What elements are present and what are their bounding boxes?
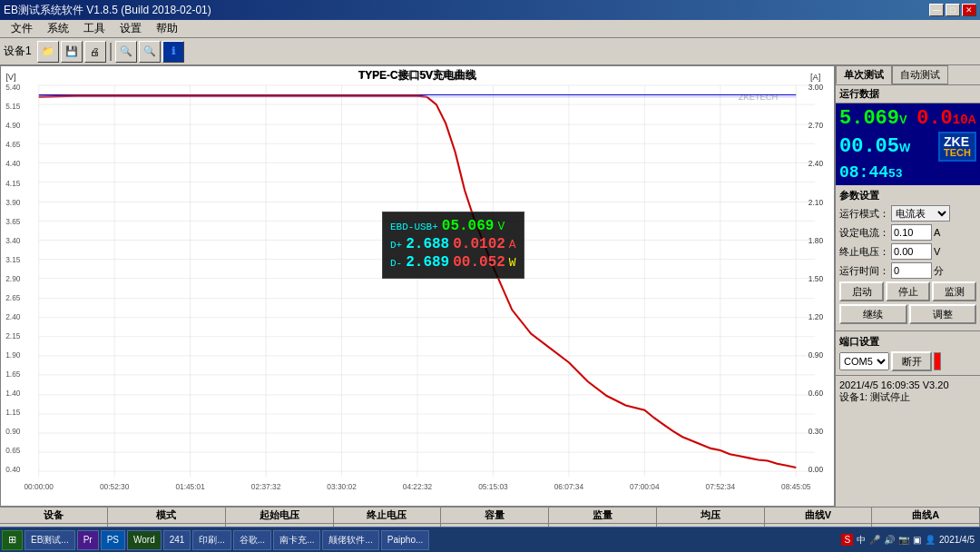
overlay-ebd-val: 05.069 — [442, 218, 495, 234]
svg-text:05:15:03: 05:15:03 — [478, 482, 508, 491]
menu-bar: 文件 系统 工具 设置 帮助 — [0, 20, 980, 38]
svg-text:5.40: 5.40 — [5, 83, 21, 92]
current-label: 设定电流： — [839, 226, 889, 240]
runtime-input[interactable] — [891, 262, 932, 279]
task-word[interactable]: Word — [127, 530, 162, 550]
power-display: 00.05 — [839, 135, 899, 158]
cutoff-input[interactable] — [891, 243, 932, 260]
port-section: 端口设置 COM5 COM1 COM2 COM3 COM4 断开 — [836, 330, 980, 375]
chart-svg: [V] 5.40 5.15 4.90 4.65 4.40 4.15 3.90 3… — [1, 66, 834, 506]
running-data-label: 运行数据 — [836, 85, 980, 104]
svg-text:00:00:00: 00:00:00 — [24, 482, 54, 491]
param-section: 参数设置 运行模式： 电流表 电压表 设定电流： A 终止电压： V 运行时间： — [836, 185, 980, 330]
svg-text:1.15: 1.15 — [5, 408, 21, 417]
svg-text:01:45:01: 01:45:01 — [175, 482, 205, 491]
svg-text:2.90: 2.90 — [5, 274, 21, 283]
current-input[interactable] — [891, 224, 932, 241]
stop-button[interactable]: 停止 — [886, 281, 930, 301]
col-mode-header: 模式 — [108, 508, 226, 523]
current-unit-label: A — [934, 227, 940, 238]
port-section-title: 端口设置 — [839, 335, 976, 349]
svg-text:1.40: 1.40 — [5, 389, 21, 398]
svg-text:1.80: 1.80 — [808, 236, 824, 245]
cutoff-unit-label: V — [934, 246, 940, 257]
start-button-taskbar[interactable]: ⊞ — [2, 530, 23, 550]
task-print[interactable]: 印刷... — [192, 530, 230, 550]
toolbar-separator — [110, 43, 112, 61]
overlay-dm-val: 2.689 — [406, 254, 449, 271]
overlay-dm-label: D- — [390, 258, 402, 269]
tab-auto[interactable]: 自动测试 — [892, 65, 948, 84]
maximize-button[interactable]: □ — [946, 4, 960, 16]
task-eb[interactable]: EB测试... — [24, 530, 75, 550]
svg-text:2.15: 2.15 — [5, 331, 21, 340]
task-241[interactable]: 241 — [163, 530, 191, 550]
overlay-dp-label: D+ — [390, 240, 402, 251]
toolbar-btn-zoom[interactable]: 🔍 — [139, 41, 161, 63]
svg-text:3.40: 3.40 — [5, 236, 21, 245]
continue-button[interactable]: 继续 — [839, 304, 907, 324]
toolbar-btn-info[interactable]: ℹ — [162, 41, 184, 63]
svg-text:3.65: 3.65 — [5, 217, 21, 226]
overlay-dm-val2: 00.052 — [453, 254, 505, 271]
overlay-dm-unit: W — [509, 256, 516, 270]
device-label: 设备1 — [4, 44, 32, 59]
start-button[interactable]: 启动 — [839, 281, 884, 301]
current1-display: 0.0 — [916, 107, 953, 130]
task-nanka[interactable]: 南卡充... — [273, 530, 320, 550]
zke-logo: ZKE TECH — [938, 132, 976, 162]
task-ps[interactable]: PS — [101, 530, 125, 550]
toolbar-btn-search[interactable]: 🔍 — [115, 41, 137, 63]
title-bar-text: EB测试系统软件 V1.8.5 (Build 2018-02-01) — [4, 3, 211, 18]
svg-text:04:22:32: 04:22:32 — [403, 482, 433, 491]
tabs: 单次测试 自动测试 — [836, 65, 980, 85]
svg-text:2.70: 2.70 — [808, 121, 824, 130]
log-area: 2021/4/5 16:09:35 V3.20 设备1: 测试停止 — [836, 375, 980, 507]
chart-overlay: EBD-USB+ 05.069 V D+ 2.688 0.0102 A D- 2… — [382, 212, 524, 279]
task-dianlan[interactable]: 颠佬软件... — [322, 530, 378, 550]
svg-text:0.00: 0.00 — [808, 465, 824, 474]
col-endv-header: 终止电压 — [334, 508, 442, 523]
svg-text:0.65: 0.65 — [5, 446, 21, 455]
time-display: 08:44 — [839, 163, 888, 182]
svg-text:0.60: 0.60 — [808, 389, 824, 398]
svg-text:1.20: 1.20 — [808, 312, 824, 321]
menu-system[interactable]: 系统 — [40, 19, 76, 38]
sys-icon-user: 👤 — [925, 535, 936, 545]
svg-text:0.40: 0.40 — [5, 465, 21, 474]
mode-select[interactable]: 电流表 电压表 — [891, 205, 950, 222]
runtime-row: 运行时间： 分 — [839, 262, 976, 279]
btn-row-2: 继续 调整 — [839, 304, 976, 324]
sys-icon-s: S — [841, 534, 853, 546]
port-row: COM5 COM1 COM2 COM3 COM4 断开 — [839, 351, 976, 371]
monitor-button[interactable]: 监测 — [932, 281, 976, 301]
menu-help[interactable]: 帮助 — [149, 19, 185, 38]
close-button[interactable]: ✕ — [962, 4, 976, 16]
menu-tools[interactable]: 工具 — [76, 19, 113, 38]
live-readings: 5.069 V 0.0 10 A 00.05 W ZKE TECH — [836, 104, 980, 185]
task-paipho[interactable]: Paipho... — [381, 530, 429, 550]
svg-text:06:07:34: 06:07:34 — [554, 482, 584, 491]
task-google[interactable]: 谷歌... — [233, 530, 271, 550]
svg-text:1.50: 1.50 — [808, 274, 824, 283]
taskbar-right: S 中 🎤 🔊 📷 ▣ 👤 2021/4/5 — [841, 534, 978, 547]
toolbar-btn-3[interactable]: 🖨 — [84, 41, 106, 63]
runtime-label: 运行时间： — [839, 264, 889, 278]
disconnect-button[interactable]: 断开 — [891, 351, 932, 371]
col-curvea-header: 曲线A — [872, 508, 980, 523]
minimize-button[interactable]: — — [929, 4, 944, 16]
main-content: [V] 5.40 5.15 4.90 4.65 4.40 4.15 3.90 3… — [0, 65, 980, 507]
svg-text:2.65: 2.65 — [5, 293, 21, 302]
adjust-button[interactable]: 调整 — [909, 304, 977, 324]
taskbar: ⊞ EB测试... Pr PS Word 241 印刷... 谷歌... 南卡充… — [0, 527, 980, 552]
tab-single[interactable]: 单次测试 — [836, 65, 892, 84]
toolbar-btn-2[interactable]: 💾 — [61, 41, 83, 63]
task-pr[interactable]: Pr — [77, 530, 99, 550]
sys-icon-mic: 🎤 — [869, 535, 880, 545]
menu-settings[interactable]: 设置 — [113, 19, 149, 38]
port-select[interactable]: COM5 COM1 COM2 COM3 COM4 — [839, 352, 889, 370]
toolbar-btn-1[interactable]: 📁 — [37, 41, 59, 63]
title-bar: EB测试系统软件 V1.8.5 (Build 2018-02-01) — □ ✕ — [0, 0, 980, 20]
svg-text:03:30:02: 03:30:02 — [327, 482, 357, 491]
menu-file[interactable]: 文件 — [4, 19, 40, 38]
